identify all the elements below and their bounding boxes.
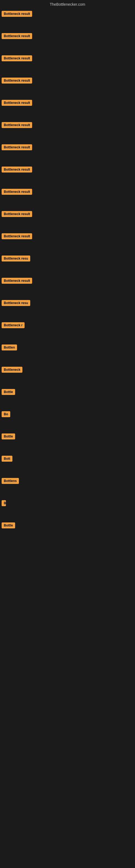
bottleneck-badge[interactable]: Bottleneck result — [2, 189, 32, 195]
list-item[interactable]: Bottleneck result — [2, 211, 32, 218]
row-spacer — [1, 309, 134, 320]
row-spacer — [1, 20, 134, 31]
row-spacer — [1, 131, 134, 142]
row-spacer — [1, 198, 134, 209]
bottleneck-list: Bottleneck resultBottleneck resultBottle… — [0, 8, 135, 761]
row-spacer — [1, 354, 134, 365]
bottleneck-badge[interactable]: Bottle — [2, 433, 15, 439]
row-spacer — [1, 532, 134, 542]
bottleneck-row: Bottleneck result — [1, 120, 134, 131]
bottleneck-badge[interactable]: Bott — [2, 456, 12, 462]
bottleneck-badge[interactable]: Bottlen — [2, 344, 17, 350]
list-item[interactable]: Bottleneck result — [2, 100, 32, 107]
row-spacer — [1, 443, 134, 454]
bottleneck-badge[interactable]: Bottlens — [2, 478, 19, 484]
bottleneck-badge[interactable]: Bottleneck result — [2, 11, 32, 17]
bottleneck-badge[interactable]: Bottleneck result — [2, 166, 32, 173]
bottleneck-row: Bottleneck result — [1, 231, 134, 243]
bottleneck-badge[interactable]: B — [2, 500, 6, 506]
row-spacer — [1, 332, 134, 342]
bottleneck-badge[interactable]: Bottle — [2, 522, 15, 528]
list-item[interactable]: Bottleneck result — [2, 189, 32, 196]
list-item[interactable]: Bottle — [2, 389, 15, 396]
site-title: TheBottlenecker.com — [0, 0, 135, 8]
list-item[interactable]: Bottleneck result — [2, 166, 32, 174]
bottleneck-badge[interactable]: Bottleneck resu — [2, 255, 30, 261]
bottleneck-badge[interactable]: Bottleneck result — [2, 78, 32, 84]
list-item[interactable]: Bottleneck resu — [2, 300, 30, 307]
row-spacer — [1, 42, 134, 53]
list-item[interactable]: Bottleneck resu — [2, 255, 30, 262]
bottleneck-row: Bottleneck r — [1, 320, 134, 332]
bottleneck-row: Bottleneck result — [1, 53, 134, 65]
bottleneck-badge[interactable]: Bottleneck result — [2, 122, 32, 128]
bottleneck-row: Bott — [1, 454, 134, 465]
bottleneck-badge[interactable]: Bottleneck resu — [2, 300, 30, 306]
row-spacer — [1, 109, 134, 120]
list-item[interactable]: Bottlen — [2, 344, 17, 351]
list-item[interactable]: Bottleneck r — [2, 322, 25, 329]
bottom-spacer — [1, 542, 134, 760]
list-item[interactable]: Bottleneck — [2, 367, 22, 374]
list-item[interactable]: Bottleneck result — [2, 33, 32, 40]
bottleneck-badge[interactable]: Bottle — [2, 389, 15, 395]
row-spacer — [1, 87, 134, 98]
site-title-container: TheBottlenecker.com — [0, 0, 135, 8]
row-spacer — [1, 376, 134, 387]
row-spacer — [1, 220, 134, 231]
list-item[interactable]: Bottleneck result — [2, 55, 32, 62]
list-item[interactable]: Bottleneck result — [2, 122, 32, 129]
bottleneck-row: Bottleneck resu — [1, 298, 134, 309]
bottleneck-row: Bottle — [1, 431, 134, 443]
bottleneck-row: Bottlen — [1, 342, 134, 354]
list-item[interactable]: Bottle — [2, 433, 15, 440]
bottleneck-badge[interactable]: Bottleneck r — [2, 322, 25, 328]
bottleneck-row: Bottleneck result — [1, 31, 134, 42]
row-spacer — [1, 398, 134, 409]
row-spacer — [1, 487, 134, 498]
bottleneck-badge[interactable]: Bottleneck — [2, 367, 22, 373]
bottleneck-row: Bottleneck result — [1, 187, 134, 198]
row-spacer — [1, 265, 134, 276]
list-item[interactable]: Bott — [2, 456, 12, 463]
bottleneck-badge[interactable]: Bottleneck result — [2, 144, 32, 150]
row-spacer — [1, 176, 134, 187]
bottleneck-row: Bottleneck result — [1, 276, 134, 287]
list-item[interactable]: Bottle — [2, 522, 15, 529]
list-item[interactable]: Bottlens — [2, 478, 19, 485]
bottleneck-badge[interactable]: Bottleneck result — [2, 278, 32, 284]
bottleneck-row: Bottlens — [1, 476, 134, 487]
bottleneck-row: Bottleneck result — [1, 142, 134, 154]
row-spacer — [1, 421, 134, 431]
bottleneck-row: Bottle — [1, 520, 134, 532]
bottleneck-row: Bottleneck result — [1, 9, 134, 20]
list-item[interactable]: Bottleneck result — [2, 278, 32, 285]
row-spacer — [1, 243, 134, 253]
bottleneck-row: Bottleneck — [1, 365, 134, 376]
bottleneck-badge[interactable]: Bottleneck result — [2, 33, 32, 39]
bottleneck-badge[interactable]: Bottleneck result — [2, 55, 32, 61]
row-spacer — [1, 287, 134, 298]
row-spacer — [1, 465, 134, 476]
bottleneck-badge[interactable]: Bottleneck result — [2, 100, 32, 106]
list-item[interactable]: B — [2, 500, 6, 507]
row-spacer — [1, 509, 134, 520]
bottleneck-row: B — [1, 498, 134, 509]
bottleneck-row: Bottleneck result — [1, 75, 134, 87]
bottleneck-row: Bottle — [1, 387, 134, 398]
list-item[interactable]: Bottleneck result — [2, 144, 32, 151]
bottleneck-row: Bottleneck result — [1, 209, 134, 220]
row-spacer — [1, 65, 134, 75]
list-item[interactable]: Bottleneck result — [2, 11, 32, 18]
bottleneck-badge[interactable]: Bottleneck result — [2, 211, 32, 217]
bottleneck-badge[interactable]: Bottleneck result — [2, 233, 32, 239]
bottleneck-row: Bo — [1, 409, 134, 421]
list-item[interactable]: Bottleneck result — [2, 78, 32, 85]
list-item[interactable]: Bottleneck result — [2, 233, 32, 240]
list-item[interactable]: Bo — [2, 411, 10, 418]
row-spacer — [1, 154, 134, 164]
bottleneck-badge[interactable]: Bo — [2, 411, 10, 417]
bottleneck-row: Bottleneck result — [1, 164, 134, 176]
bottleneck-row: Bottleneck resu — [1, 253, 134, 265]
bottleneck-row: Bottleneck result — [1, 98, 134, 109]
